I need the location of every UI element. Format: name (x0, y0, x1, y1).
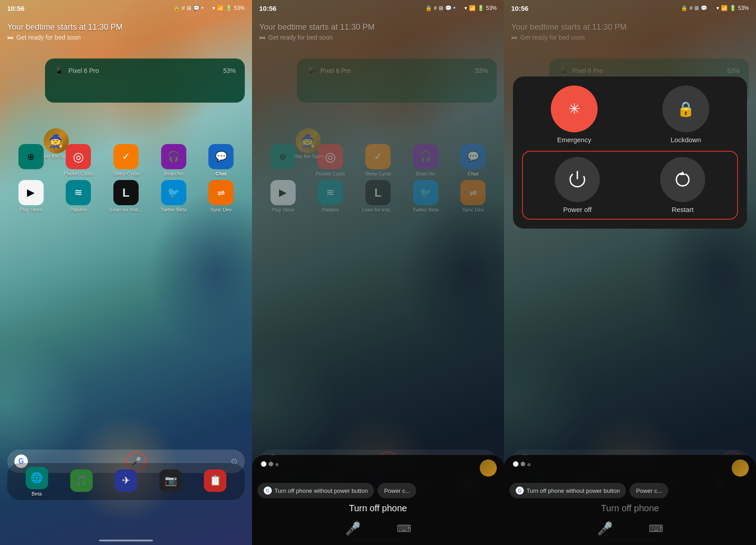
app-item-2-twitter: 🐦 Twitter Beta (408, 180, 444, 212)
assistant-mic-icon-3[interactable]: 🎤 (597, 521, 613, 536)
time-1: 10:56 (7, 5, 24, 12)
app-label-2-twitter: Twitter Beta (413, 207, 439, 212)
app-item-sleepcycle[interactable]: ✓ Sleep Cycle (108, 144, 144, 176)
app-icon-playstore: ▶ (18, 180, 44, 205)
signal-icon-3: 📶 (721, 5, 728, 11)
chip-power-3[interactable]: Power c... (630, 483, 668, 498)
app-item-pocketcasts[interactable]: ◎ Pocket Casts (60, 144, 96, 176)
app-label-syncdev: Sync Dev (211, 207, 232, 212)
app-item-2-chat: 💬 Chat (455, 144, 491, 176)
keyboard-icon-2[interactable]: ⌨ (397, 523, 411, 535)
dock-todoist[interactable]: 📋 (197, 469, 233, 494)
app-item-brainfm[interactable]: 🎧 Brain.fm (156, 144, 192, 176)
app-icon-2-syncdev: ⇌ (460, 180, 486, 205)
app-icon-pocketcasts: ◎ (66, 144, 91, 169)
app-item-2-pocketcasts: ◎ Pocket Casts (312, 144, 348, 176)
app-item-2-multicircle: ⊕ (265, 144, 301, 176)
app-item-2-palabre: ≋ Palabre (312, 180, 348, 212)
dock-chrome-label: Beta (32, 491, 42, 496)
app-grid-2: ⊕ ◎ Pocket Casts ✓ Sleep Cycle 🎧 Brain.f… (259, 144, 497, 216)
restart-button[interactable] (660, 157, 705, 202)
lockdown-button[interactable]: 🔒 (662, 86, 709, 132)
app-label-playstore: Play Store (19, 207, 42, 212)
app-grid-1: ⊕ ◎ Pocket Casts ✓ Sleep Cycle 🎧 (7, 144, 245, 216)
app-label-2-palabre: Palabre (322, 207, 339, 212)
bedtime-title-3: Your bedtime starts at 11:30 PM (511, 23, 749, 32)
emergency-button[interactable]: ✳ (551, 86, 598, 132)
bedtime-title-2: Your bedtime starts at 11:30 PM (259, 23, 497, 32)
bedtime-notification-1: Your bedtime starts at 11:30 PM 🛏 Get re… (7, 23, 245, 41)
battery-pct-2: 53% (486, 5, 497, 11)
notification-area-2: Your bedtime starts at 11:30 PM 🛏 Get re… (259, 23, 497, 41)
status-bar-1: 10:56 🔒 # ⊞ 💬 • ▾ 📶 🔋 53% (0, 0, 252, 16)
app-label-lean: Lean for Inst... (110, 207, 142, 212)
app-item-multicircle[interactable]: ⊕ (13, 144, 49, 176)
poweroff-item[interactable]: Power off (528, 157, 626, 213)
restart-item[interactable]: Restart (634, 157, 732, 213)
bedtime-notification-2: Your bedtime starts at 11:30 PM 🛏 Get re… (259, 23, 497, 41)
assistant-dots-3 (513, 461, 531, 467)
chip-turn-off-3[interactable]: G Turn off phone without power button (509, 483, 626, 498)
assistant-mic-icon-2[interactable]: 🎤 (345, 521, 361, 536)
dock-camera[interactable]: 📷 (153, 469, 189, 494)
grid-icon-1: ⊞ (187, 5, 191, 11)
dock-chrome-icon: 🌐 (26, 467, 48, 489)
hashtag-icon-1: # (182, 5, 185, 11)
dock-todoist-icon: 📋 (204, 469, 226, 492)
dock-email[interactable]: ✈ (108, 469, 144, 494)
app-label-2-lean: Lean for Inst... (362, 207, 394, 212)
chip-turn-off-2[interactable]: G Turn off phone without power button (257, 483, 374, 498)
status-icons-3: 🔒 # ⊞ 💬 ▾ 📶 🔋 53% (681, 5, 749, 11)
keyboard-icon-3[interactable]: ⌨ (649, 523, 663, 535)
app-item-syncdev[interactable]: ⇌ Sync Dev (203, 180, 239, 212)
status-icons-1: 🔒 # ⊞ 💬 • ▾ 📶 🔋 53% (173, 5, 245, 11)
app-icon-2-palabre: ≋ (318, 180, 343, 205)
device-name-1: Pixel 6 Pro (68, 67, 219, 74)
assistant-dots-2 (261, 461, 279, 467)
app-label-2-sleepcycle: Sleep Cycle (365, 171, 392, 176)
app-item-palabre[interactable]: ≋ Palabre (60, 180, 96, 212)
power-menu-3: ✳ Emergency 🔒 Lockdown (513, 77, 747, 229)
device-icon-3: 📱 (558, 66, 568, 76)
app-icon-2-chat: 💬 (460, 144, 486, 169)
chip-power-label-3: Power c... (636, 487, 662, 494)
time-3: 10:56 (511, 5, 528, 12)
lockdown-item[interactable]: 🔒 Lockdown (634, 86, 738, 144)
lockdown-label: Lockdown (670, 136, 701, 144)
chip-g-icon-3: G (516, 486, 524, 495)
battery-widget-1[interactable]: 📱 Pixel 6 Pro 53% (45, 59, 245, 103)
app-item-twitter[interactable]: 🐦 Twitter Beta (156, 180, 192, 212)
status-bar-3: 10:56 🔒 # ⊞ 💬 ▾ 📶 🔋 53% (504, 0, 756, 16)
chip-g-icon-2: G (264, 486, 272, 495)
restart-icon (673, 170, 693, 189)
app-icon-syncdev: ⇌ (208, 180, 234, 205)
app-item-chat[interactable]: 💬 Chat (203, 144, 239, 176)
app-label-2-playstore: Play Store (271, 207, 294, 212)
wifi-icon-2: ▾ (464, 5, 467, 11)
app-item-lean[interactable]: L Lean for Inst... (108, 180, 144, 212)
app-label-twitter: Twitter Beta (161, 207, 187, 212)
app-row-2-2: ▶ Play Store ≋ Palabre L Lean for Inst..… (259, 180, 497, 212)
emergency-item[interactable]: ✳ Emergency (522, 86, 626, 144)
app-icon-twitter: 🐦 (161, 180, 186, 205)
app-item-2-syncdev: ⇌ Sync Dev (455, 180, 491, 212)
dock-spotify[interactable]: 🎵 (63, 469, 99, 494)
grid-icon-3: ⊞ (694, 5, 699, 11)
bed-icon-2: 🛏 (259, 34, 266, 41)
app-label-chat: Chat (216, 171, 226, 176)
app-item-playstore[interactable]: ▶ Play Store (13, 180, 49, 212)
poweroff-icon (567, 170, 587, 189)
battery-icon-1: 🔋 (225, 5, 232, 11)
home-indicator-1 (99, 540, 153, 541)
dock-chrome[interactable]: 🌐 Beta (19, 467, 55, 496)
app-icon-palabre: ≋ (66, 180, 91, 205)
app-icon-2-multicircle: ⊕ (270, 144, 296, 169)
poweroff-button[interactable] (555, 157, 600, 202)
app-item-2-playstore: ▶ Play Store (265, 180, 301, 212)
chip-power-2[interactable]: Power c... (378, 483, 416, 498)
dot-icon-2: • (454, 5, 455, 11)
chip-turn-off-label-2: Turn off phone without power button (274, 487, 368, 494)
dot-faint-2 (275, 463, 279, 466)
notification-area-1: Your bedtime starts at 11:30 PM 🛏 Get re… (7, 23, 245, 41)
app-label-pocketcasts: Pocket Casts (64, 171, 93, 176)
